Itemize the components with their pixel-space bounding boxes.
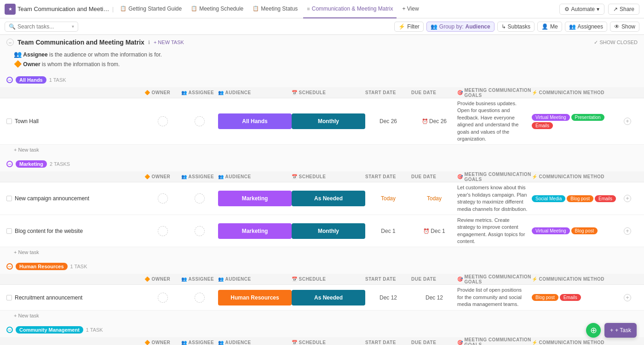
group-header-human-resources[interactable]: – Human Resources 1 TASK bbox=[0, 259, 644, 274]
tab-meeting-schedule[interactable]: 📋 Meeting Schedule bbox=[187, 0, 247, 18]
schedule-cell: As Needed bbox=[292, 191, 365, 206]
owner-avatar[interactable] bbox=[158, 226, 168, 236]
schedule-badge[interactable]: Monthly bbox=[292, 223, 365, 239]
start-date: Today bbox=[365, 195, 411, 202]
col-header-schedule: 📅SCHEDULE bbox=[292, 90, 365, 95]
comm-tag: Social Media bbox=[532, 195, 565, 202]
audience-badge[interactable]: All Hands bbox=[218, 113, 292, 129]
owner-cell bbox=[144, 226, 181, 236]
add-button[interactable]: + bbox=[624, 227, 631, 235]
schedule-badge[interactable]: As Needed bbox=[292, 191, 365, 206]
search-box[interactable]: 🔍 ▾ bbox=[5, 22, 78, 32]
tab-icon: 📋 bbox=[253, 6, 259, 11]
subtasks-button[interactable]: ↳ Subtasks bbox=[497, 22, 535, 32]
comm-tag: Virtual Meeting bbox=[532, 114, 570, 121]
col-header-assignee: 👥ASSIGNEE bbox=[181, 340, 218, 345]
add-button[interactable]: + bbox=[624, 294, 631, 301]
group-marketing: – Marketing 2 TASKS 🔶OWNER 👥ASSIGNEE 👥AU… bbox=[0, 157, 644, 257]
audience-badge[interactable]: Marketing bbox=[218, 223, 292, 239]
share-icon: ↗ bbox=[613, 6, 618, 12]
group-collapse-icon[interactable]: – bbox=[6, 263, 13, 270]
collapse-button[interactable]: – bbox=[6, 39, 14, 46]
show-closed-button[interactable]: ✓ SHOW CLOSED bbox=[594, 40, 638, 45]
new-task-row[interactable]: + New task bbox=[0, 145, 644, 155]
assignee-avatar[interactable] bbox=[195, 293, 205, 303]
owner-avatar[interactable] bbox=[158, 116, 168, 126]
col-header-audience: 👥AUDIENCE bbox=[218, 340, 292, 345]
comm-tag: Blog post bbox=[532, 294, 558, 301]
add-task-button[interactable]: + + Task bbox=[604, 323, 637, 338]
goals-cell: Provide business updates. Open for quest… bbox=[457, 98, 532, 144]
new-task-button[interactable]: + NEW TASK bbox=[154, 40, 184, 45]
group-collapse-icon[interactable]: – bbox=[6, 77, 13, 83]
new-task-row[interactable]: + New task bbox=[0, 311, 644, 321]
col-header-comm: ⚡COMMUNICATION METHOD bbox=[532, 277, 624, 282]
assignee-avatar[interactable] bbox=[195, 116, 205, 126]
me-button[interactable]: 👤 Me bbox=[537, 22, 562, 32]
share-button[interactable]: ↗ Share bbox=[608, 4, 639, 15]
schedule-badge[interactable]: Monthly bbox=[292, 113, 365, 129]
col-header-goals: 🎯MEETING COMMUNICATION GOALS bbox=[457, 88, 532, 98]
filter-icon: ⚡ bbox=[398, 23, 405, 30]
add-col: + bbox=[624, 195, 638, 202]
tab-meeting-status[interactable]: 📋 Meeting Status bbox=[249, 0, 301, 18]
audience-badge[interactable]: Marketing bbox=[218, 191, 292, 206]
green-action-button[interactable]: ⊕ bbox=[586, 323, 601, 338]
assignee-icon: 👥 bbox=[181, 277, 187, 282]
owner-avatar[interactable] bbox=[158, 193, 168, 204]
assignee-avatar[interactable] bbox=[195, 226, 205, 236]
group-icon: 👥 bbox=[431, 23, 437, 30]
second-toolbar: 🔍 ▾ ⚡ Filter 👥 Group by: Audience ↳ Subt… bbox=[0, 18, 644, 35]
col-header-schedule: 📅SCHEDULE bbox=[292, 174, 365, 179]
schedule-cell: Monthly bbox=[292, 223, 365, 239]
task-checkbox[interactable] bbox=[6, 119, 12, 124]
schedule-badge[interactable]: As Needed bbox=[292, 290, 365, 305]
add-button[interactable]: + bbox=[624, 118, 631, 125]
table-row: New campaign announcement Marketing As N… bbox=[0, 182, 644, 215]
assignee-icon: 👥 bbox=[181, 340, 187, 345]
assignee-avatar[interactable] bbox=[195, 193, 205, 204]
automate-button[interactable]: ⚙ Automate ▾ bbox=[559, 4, 604, 15]
col-header-owner: 🔶OWNER bbox=[144, 90, 181, 95]
audience-cell: Human Resources bbox=[218, 290, 292, 305]
top-nav: ★ Team Communication and Meeting Ma... |… bbox=[0, 0, 644, 18]
col-header-goals: 🎯MEETING COMMUNICATION GOALS bbox=[457, 274, 532, 284]
add-button[interactable]: + bbox=[624, 195, 631, 202]
task-checkbox[interactable] bbox=[6, 228, 12, 234]
group-header-all-hands[interactable]: – All Hands 1 TASK bbox=[0, 73, 644, 87]
task-name-cell: New campaign announcement bbox=[6, 195, 144, 202]
plus-icon: + bbox=[610, 327, 613, 334]
group-collapse-icon[interactable]: – bbox=[6, 161, 13, 167]
group-name-tag: Community Management bbox=[16, 326, 83, 334]
filter-button[interactable]: ⚡ Filter bbox=[394, 22, 424, 32]
group-header-community-management[interactable]: – Community Management 1 TASK bbox=[0, 322, 644, 337]
audience-cell: Marketing bbox=[218, 191, 292, 206]
task-checkbox[interactable] bbox=[6, 196, 12, 201]
add-col: + bbox=[624, 294, 638, 301]
group-by-button[interactable]: 👥 Group by: Audience bbox=[426, 22, 494, 32]
tab-getting-started[interactable]: 📋 Getting Started Guide bbox=[116, 0, 185, 18]
group-collapse-icon[interactable]: – bbox=[6, 327, 13, 333]
new-task-link[interactable]: + New task bbox=[14, 147, 39, 153]
info-icon[interactable]: ℹ bbox=[148, 40, 150, 45]
audience-badge[interactable]: Human Resources bbox=[218, 290, 292, 305]
new-task-link[interactable]: + New task bbox=[14, 313, 39, 318]
tab-add-view[interactable]: + View bbox=[398, 0, 422, 18]
group-header-marketing[interactable]: – Marketing 2 TASKS bbox=[0, 157, 644, 171]
task-checkbox[interactable] bbox=[6, 295, 12, 300]
col-header-assignee: 👥ASSIGNEE bbox=[181, 90, 218, 95]
owner-cell bbox=[144, 193, 181, 204]
assignees-button[interactable]: 👥 Assignees bbox=[565, 22, 607, 32]
new-task-link[interactable]: + New task bbox=[14, 249, 39, 255]
add-col: + bbox=[624, 227, 638, 235]
tab-comm-matrix[interactable]: ≡ Communication & Meeting Matrix bbox=[303, 0, 397, 18]
owner-avatar[interactable] bbox=[158, 293, 168, 303]
col-header-goals: 🎯MEETING COMMUNICATION GOALS bbox=[457, 172, 532, 182]
col-headers-community-management: 🔶OWNER 👥ASSIGNEE 👥AUDIENCE 📅SCHEDULE STA… bbox=[0, 337, 644, 345]
tab-icon: 📋 bbox=[120, 6, 126, 11]
new-task-row[interactable]: + New task bbox=[0, 247, 644, 257]
audience-cell: Marketing bbox=[218, 223, 292, 239]
search-input[interactable] bbox=[17, 23, 70, 30]
col-header-audience: 👥AUDIENCE bbox=[218, 174, 292, 179]
show-button[interactable]: 👁 Show bbox=[610, 22, 639, 32]
